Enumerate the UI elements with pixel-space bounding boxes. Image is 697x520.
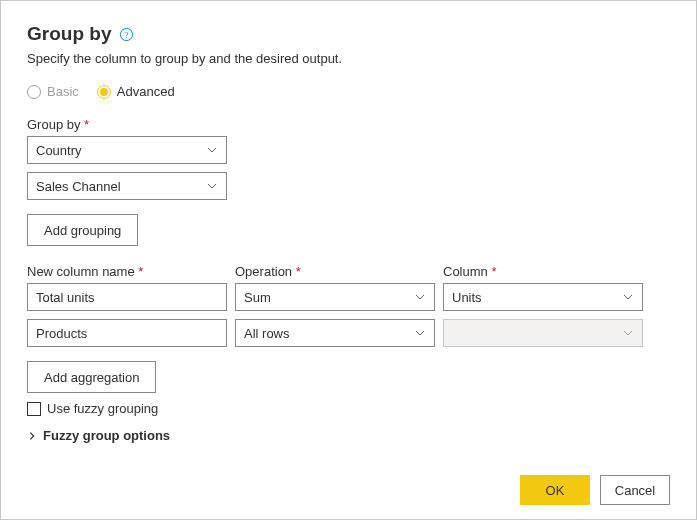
aggregation-row-0: Total units Sum Units <box>27 283 670 311</box>
ok-button[interactable]: OK <box>520 475 590 505</box>
fuzzy-group-options-expander[interactable]: Fuzzy group options <box>27 428 670 443</box>
radio-basic-label: Basic <box>47 84 79 99</box>
dialog-footer: OK Cancel <box>520 475 670 505</box>
dropdown-value: Sum <box>244 290 271 305</box>
dropdown-value: Units <box>452 290 482 305</box>
add-grouping-button[interactable]: Add grouping <box>27 214 138 246</box>
chevron-down-icon <box>622 291 634 303</box>
dropdown-value: Country <box>36 143 82 158</box>
new-column-name-input-1[interactable]: Products <box>27 319 227 347</box>
chevron-right-icon <box>27 431 37 441</box>
required-asterisk: * <box>84 117 89 132</box>
dialog-header: Group by ? <box>27 23 670 45</box>
group-by-dialog: Group by ? Specify the column to group b… <box>0 0 697 520</box>
checkbox-icon <box>27 402 41 416</box>
radio-circle-icon <box>97 85 111 99</box>
chevron-down-icon <box>414 291 426 303</box>
header-new-column-name: New column name * <box>27 264 227 279</box>
checkbox-label: Use fuzzy grouping <box>47 401 158 416</box>
groupby-field-1[interactable]: Sales Channel <box>27 172 227 200</box>
header-column: Column * <box>443 264 643 279</box>
radio-circle-icon <box>27 85 41 99</box>
chevron-down-icon <box>414 327 426 339</box>
chevron-down-icon <box>622 327 634 339</box>
chevron-down-icon <box>206 180 218 192</box>
svg-text:?: ? <box>125 29 129 39</box>
add-aggregation-button[interactable]: Add aggregation <box>27 361 156 393</box>
radio-advanced-label: Advanced <box>117 84 175 99</box>
groupby-label: Group by * <box>27 117 670 132</box>
radio-advanced[interactable]: Advanced <box>97 84 175 99</box>
expander-label: Fuzzy group options <box>43 428 170 443</box>
cancel-button[interactable]: Cancel <box>600 475 670 505</box>
dropdown-value: All rows <box>244 326 290 341</box>
help-icon[interactable]: ? <box>119 27 134 42</box>
operation-select-0[interactable]: Sum <box>235 283 435 311</box>
column-select-0[interactable]: Units <box>443 283 643 311</box>
radio-basic[interactable]: Basic <box>27 84 79 99</box>
dialog-title: Group by <box>27 23 111 45</box>
new-column-name-input-0[interactable]: Total units <box>27 283 227 311</box>
use-fuzzy-grouping-checkbox[interactable]: Use fuzzy grouping <box>27 401 670 416</box>
dialog-subtitle: Specify the column to group by and the d… <box>27 51 670 66</box>
header-operation: Operation * <box>235 264 435 279</box>
column-select-1-disabled <box>443 319 643 347</box>
aggregation-row-1: Products All rows <box>27 319 670 347</box>
groupby-field-0[interactable]: Country <box>27 136 227 164</box>
aggregation-headers: New column name * Operation * Column * <box>27 264 670 279</box>
dropdown-value: Sales Channel <box>36 179 121 194</box>
chevron-down-icon <box>206 144 218 156</box>
operation-select-1[interactable]: All rows <box>235 319 435 347</box>
mode-radio-group: Basic Advanced <box>27 84 670 99</box>
